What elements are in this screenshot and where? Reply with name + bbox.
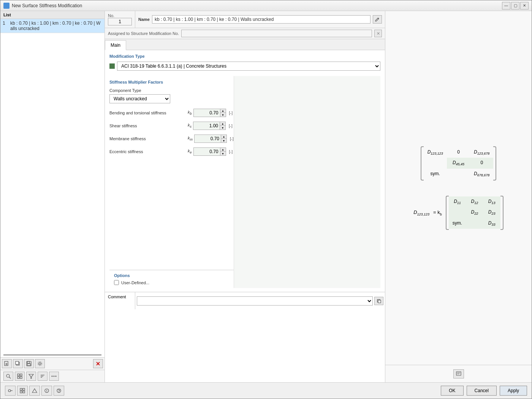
ke-spin-up[interactable]: ▲ — [220, 148, 226, 152]
matrix1: D123,123 0 D123,678 D45,45 0 sym. D678,6… — [421, 146, 497, 180]
comment-label-area: Comment — [105, 292, 135, 309]
user-defined-checkbox[interactable] — [114, 280, 119, 285]
component-type-select[interactable]: Walls uncracked — [109, 94, 170, 103]
stiffness-title: Stiffness Multiplier Factors — [109, 80, 234, 84]
m2-r1c2: D12 — [466, 196, 483, 207]
modification-type-group: Modification Type ACI 318-19 Table 6.6.3… — [109, 54, 380, 71]
ke-spin-down[interactable]: ▼ — [220, 152, 226, 155]
m2-r2c1 — [449, 207, 466, 218]
svg-point-22 — [52, 376, 53, 377]
km-spin-up[interactable]: ▲ — [221, 135, 226, 139]
main-window: New Surface Stiffness Modification — ▢ ✕… — [0, 0, 532, 399]
comment-label: Comment — [108, 294, 126, 299]
window-title: New Surface Stiffness Modification — [12, 3, 82, 8]
comment-dropdown[interactable] — [137, 296, 373, 306]
maximize-button[interactable]: ▢ — [511, 2, 519, 10]
km-input[interactable] — [194, 135, 221, 143]
stiffness-area: Stiffness Multiplier Factors Component T… — [109, 76, 380, 288]
title-bar-left: New Surface Stiffness Modification — [3, 3, 82, 9]
bottom-tool-2[interactable] — [17, 386, 28, 396]
sort-button[interactable] — [38, 372, 48, 381]
kb-spin-up[interactable]: ▲ — [220, 109, 226, 113]
stiffness-section: Stiffness Multiplier Factors Component T… — [109, 80, 234, 156]
main-content: List 1 kb : 0.70 | ks : 1.00 | km : 0.70… — [0, 11, 532, 382]
assigned-clear-button[interactable]: ✕ — [374, 30, 382, 37]
save-button[interactable] — [24, 359, 34, 368]
list-panel: List 1 kb : 0.70 | ks : 1.00 | km : 0.70… — [0, 11, 105, 382]
svg-rect-35 — [20, 391, 22, 393]
list-item-num: 1 — [3, 21, 9, 26]
bottom-bar: OK Cancel Apply — [0, 382, 532, 399]
options-section: Options User-Defined... — [109, 270, 234, 288]
search-button[interactable] — [3, 372, 13, 381]
list-header: List — [0, 11, 104, 19]
form-body: Modification Type ACI 318-19 Table 6.6.3… — [105, 50, 385, 292]
km-field: Membrane stiffness km ▲ ▼ — [109, 135, 234, 143]
ks-spin-up[interactable]: ▲ — [220, 122, 225, 126]
no-label: No. — [108, 13, 132, 18]
comment-icon-button[interactable] — [453, 369, 464, 378]
bottom-tool-3[interactable] — [29, 386, 40, 396]
km-unit: [-] — [230, 136, 234, 141]
bottom-tool-1[interactable] — [5, 386, 16, 396]
bottom-tool-4[interactable] — [41, 386, 52, 396]
apply-button[interactable]: Apply — [500, 386, 527, 396]
comment-input-area — [135, 292, 385, 309]
svg-line-13 — [9, 377, 11, 378]
no-input[interactable] — [108, 18, 132, 25]
name-edit-button[interactable] — [373, 15, 382, 24]
more-button[interactable] — [49, 372, 59, 381]
m2-r3c2 — [466, 218, 483, 229]
svg-rect-33 — [20, 388, 22, 390]
matrix-area: D123,123 0 D123,678 D45,45 0 sym. D678,6… — [385, 11, 532, 365]
kb-label: Bending and torsional stiffness — [109, 111, 166, 115]
ks-spinner: ▲ ▼ — [220, 122, 226, 130]
kb-spinner: ▲ ▼ — [220, 109, 226, 117]
settings-button[interactable] — [35, 359, 45, 368]
svg-rect-4 — [16, 361, 19, 364]
svg-point-8 — [39, 363, 41, 365]
delete-button[interactable] — [93, 359, 103, 368]
minimize-button[interactable]: — — [502, 2, 510, 10]
svg-point-42 — [59, 392, 59, 393]
bottom-tool-5[interactable] — [54, 386, 64, 396]
m2-r3c1: sym. — [449, 218, 466, 229]
component-type-field: Component Type Walls uncracked — [109, 88, 234, 103]
km-spin-down[interactable]: ▼ — [221, 139, 226, 142]
matrix1-container: D123,123 0 D123,678 D45,45 0 sym. D678,6… — [389, 146, 528, 180]
ke-input[interactable] — [193, 147, 220, 156]
comment-section: Comment — [105, 292, 385, 309]
close-button[interactable]: ✕ — [520, 2, 529, 10]
kb-spin-down[interactable]: ▼ — [220, 113, 226, 117]
ke-input-wrap: ▲ ▼ — [193, 147, 226, 156]
kb-input[interactable] — [193, 109, 220, 117]
svg-point-31 — [8, 390, 11, 392]
m1-r1c1: D123,123 — [424, 147, 447, 158]
filter-button[interactable] — [26, 372, 36, 381]
assigned-input[interactable] — [181, 30, 372, 37]
grid-button[interactable] — [15, 372, 25, 381]
kb-field: Bending and torsional stiffness kb ▲ — [109, 109, 234, 117]
right-panel: D123,123 0 D123,678 D45,45 0 sym. D678,6… — [385, 11, 532, 382]
user-defined-label[interactable]: User-Defined... — [121, 280, 149, 285]
ks-input[interactable] — [193, 122, 220, 130]
kb-key: kb — [188, 110, 192, 116]
kb-unit: [-] — [229, 111, 233, 115]
duplicate-button[interactable] — [13, 359, 23, 368]
svg-rect-36 — [23, 391, 25, 393]
list-items: 1 kb : 0.70 | ks : 1.00 | km : 0.70 | ke… — [0, 19, 104, 353]
km-label: Membrane stiffness — [109, 136, 146, 141]
tab-main[interactable]: Main — [105, 40, 126, 50]
mod-type-select[interactable]: ACI 318-19 Table 6.6.3.1.1 (a) | Concret… — [117, 62, 380, 71]
cancel-button[interactable]: Cancel — [467, 386, 497, 396]
new-item-button[interactable] — [2, 359, 12, 368]
user-defined-row: User-Defined... — [114, 280, 229, 285]
name-input[interactable] — [152, 15, 370, 24]
m1-r2c1 — [424, 158, 447, 168]
list-item[interactable]: 1 kb : 0.70 | ks : 1.00 | km : 0.70 | ke… — [0, 19, 104, 33]
ok-button[interactable]: OK — [441, 386, 463, 396]
ks-spin-down[interactable]: ▼ — [220, 126, 225, 130]
comment-copy-button[interactable] — [374, 297, 383, 305]
tabs-bar: Main — [105, 39, 385, 50]
matrix2-eq: = kb — [433, 209, 442, 216]
